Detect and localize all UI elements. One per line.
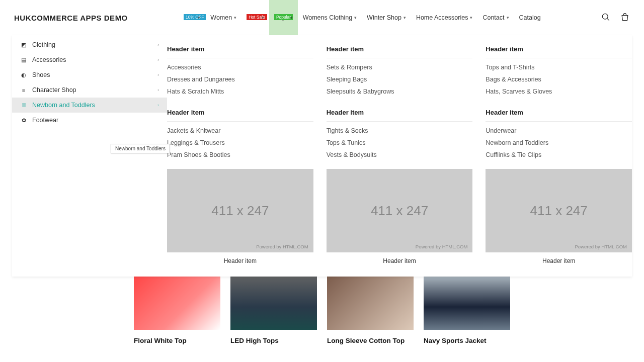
chevron-down-icon: ▾ xyxy=(234,15,236,20)
sidebar-item-label: Newborn and Toddlers xyxy=(32,102,95,109)
nav-label: Contact xyxy=(482,14,504,21)
mega-column: Header itemSets & RompersSleeping BagsSl… xyxy=(327,42,473,264)
product-image[interactable] xyxy=(327,273,414,330)
mega-link[interactable]: Dresses and Dungarees xyxy=(167,73,313,85)
mega-link[interactable]: Vests & Bodysuits xyxy=(327,149,473,161)
placeholder-image[interactable]: 411 x 247Powered by HTML.COM xyxy=(486,169,632,252)
mega-sidebar: ◩Clothing›▤Accessories›◐Shoes›≡Character… xyxy=(12,35,167,277)
chevron-right-icon: › xyxy=(157,87,159,93)
nav-label: Winter Shop xyxy=(367,14,401,21)
mega-section-header: Header item xyxy=(486,42,632,58)
mega-content: Header itemAccessoriesDresses and Dungar… xyxy=(167,35,632,277)
product-title: LED High Tops xyxy=(230,337,317,344)
mega-link[interactable]: Tops & Tunics xyxy=(327,137,473,149)
mega-link[interactable]: Cufflinks & Tie Clips xyxy=(486,149,632,161)
product-image[interactable] xyxy=(424,273,510,330)
nav-item-contact[interactable]: Contact▾ xyxy=(477,0,514,35)
mega-section: Header itemUnderwearNewborn and Toddlers… xyxy=(486,106,632,161)
placeholder-dim: 411 x 247 xyxy=(211,203,269,219)
tag-icon: ✿ xyxy=(20,117,27,124)
product-image[interactable] xyxy=(230,273,317,330)
mega-link[interactable]: Sleeping Bags xyxy=(327,73,473,85)
image-caption: Header item xyxy=(167,252,313,264)
svg-line-1 xyxy=(607,18,609,20)
mega-link[interactable]: Leggings & Trousers xyxy=(167,137,313,149)
mega-link[interactable]: Sets & Rompers xyxy=(327,61,473,73)
placeholder-credit: Powered by HTML.COM xyxy=(256,244,308,249)
sidebar-item-newborn-and-toddlers[interactable]: ≣Newborn and Toddlers› xyxy=(12,98,167,113)
site-logo[interactable]: HUKCOMMERCE APPS DEMO xyxy=(14,14,128,22)
sidebar-item-label: Accessories xyxy=(32,56,66,63)
mega-section-header: Header item xyxy=(327,42,473,58)
image-caption: Header item xyxy=(327,252,473,264)
mega-section: Header itemTights & SocksTops & TunicsVe… xyxy=(327,106,473,161)
sidebar-item-clothing[interactable]: ◩Clothing› xyxy=(12,37,167,52)
mega-section-header: Header item xyxy=(486,106,632,122)
placeholder-credit: Powered by HTML.COM xyxy=(416,244,467,249)
product-title: Floral White Top xyxy=(134,337,220,344)
person-icon: ◩ xyxy=(20,41,27,48)
list-icon: ≣ xyxy=(20,102,27,109)
mega-link[interactable]: Hats & Scratch Mitts xyxy=(167,85,313,98)
mega-link[interactable]: Pram Shoes & Booties xyxy=(167,149,313,161)
tune-icon: ≡ xyxy=(20,86,27,94)
mega-section-header: Header item xyxy=(167,106,313,122)
chevron-down-icon: ▾ xyxy=(404,15,406,20)
nav-item-girls[interactable]: Hot SaleGirls▾ xyxy=(242,0,269,35)
nav-item-women[interactable]: Women▾ xyxy=(205,0,242,35)
chevron-down-icon: ▾ xyxy=(507,15,509,20)
mega-link[interactable]: Bags & Accessories xyxy=(486,73,632,85)
mega-link[interactable]: Jackets & Knitwear xyxy=(167,125,313,137)
placeholder-image[interactable]: 411 x 247Powered by HTML.COM xyxy=(167,169,313,252)
sidebar-item-label: Shoes xyxy=(32,71,50,78)
mega-column: Header itemAccessoriesDresses and Dungar… xyxy=(167,42,313,264)
nav-item-catalog[interactable]: Catalog xyxy=(514,0,546,35)
mega-section: Header itemSets & RompersSleeping BagsSl… xyxy=(327,42,473,98)
nav-item-men[interactable]: 10% OFFMen▾ xyxy=(179,0,205,35)
sidebar-item-shoes[interactable]: ◐Shoes› xyxy=(12,67,167,82)
mega-link[interactable]: Newborn and Toddlers xyxy=(486,137,632,149)
chevron-down-icon: ▾ xyxy=(262,15,264,20)
nav-item-womens-clothing[interactable]: Womens Clothing▾ xyxy=(298,0,362,35)
nav-item-winter-shop[interactable]: Winter Shop▾ xyxy=(362,0,411,35)
mega-menu: ◩Clothing›▤Accessories›◐Shoes›≡Character… xyxy=(12,35,632,277)
sidebar-item-footwear[interactable]: ✿Footwear xyxy=(12,113,167,128)
search-icon[interactable] xyxy=(601,12,611,24)
chevron-down-icon: ▾ xyxy=(198,15,200,20)
product-image[interactable] xyxy=(134,273,220,330)
nav-item-boys[interactable]: PopularBoys▾ xyxy=(269,0,298,35)
tooltip: Newborn and Toddlers xyxy=(111,144,170,153)
mega-section: Header itemAccessoriesDresses and Dungar… xyxy=(167,42,313,98)
mega-section: Header itemTops and T-ShirtsBags & Acces… xyxy=(486,42,632,98)
mega-link[interactable]: Tops and T-Shirts xyxy=(486,61,632,73)
cart-icon[interactable] xyxy=(620,12,630,24)
nav-badge: 10% OFF xyxy=(184,14,206,20)
sidebar-item-accessories[interactable]: ▤Accessories› xyxy=(12,52,167,67)
product-title: Navy Sports Jacket xyxy=(424,337,510,344)
chevron-right-icon: › xyxy=(157,103,159,108)
placeholder-image[interactable]: 411 x 247Powered by HTML.COM xyxy=(327,169,473,252)
svg-point-0 xyxy=(602,14,608,19)
nav-item-home-accessories[interactable]: Home Accessories▾ xyxy=(411,0,478,35)
mega-link[interactable]: Underwear xyxy=(486,125,632,137)
sidebar-item-character-shop[interactable]: ≡Character Shop› xyxy=(12,82,167,98)
mega-section-header: Header item xyxy=(327,106,473,122)
image-caption: Header item xyxy=(486,252,632,264)
main-nav: 10% OFFMen▾Women▾Hot SaleGirls▾PopularBo… xyxy=(179,0,546,35)
chevron-right-icon: › xyxy=(157,57,159,62)
contrast-icon: ◐ xyxy=(20,71,27,78)
mega-link[interactable]: Accessories xyxy=(167,61,313,73)
chevron-down-icon: ▾ xyxy=(470,15,472,20)
chevron-down-icon: ▾ xyxy=(290,15,293,20)
placeholder-dim: 411 x 247 xyxy=(371,203,428,219)
nav-label: Womens Clothing xyxy=(303,14,352,21)
mega-link[interactable]: Sleepsuits & Babygrows xyxy=(327,85,473,98)
mega-link[interactable]: Tights & Socks xyxy=(327,125,473,137)
mega-column: Header itemTops and T-ShirtsBags & Acces… xyxy=(486,42,632,264)
chevron-right-icon: › xyxy=(157,72,159,77)
mega-section: Header itemJackets & KnitwearLeggings & … xyxy=(167,106,313,161)
sidebar-item-label: Character Shop xyxy=(32,86,76,94)
nav-label: Home Accessories xyxy=(416,14,468,21)
nav-label: Women xyxy=(210,14,232,21)
mega-link[interactable]: Hats, Scarves & Gloves xyxy=(486,85,632,98)
